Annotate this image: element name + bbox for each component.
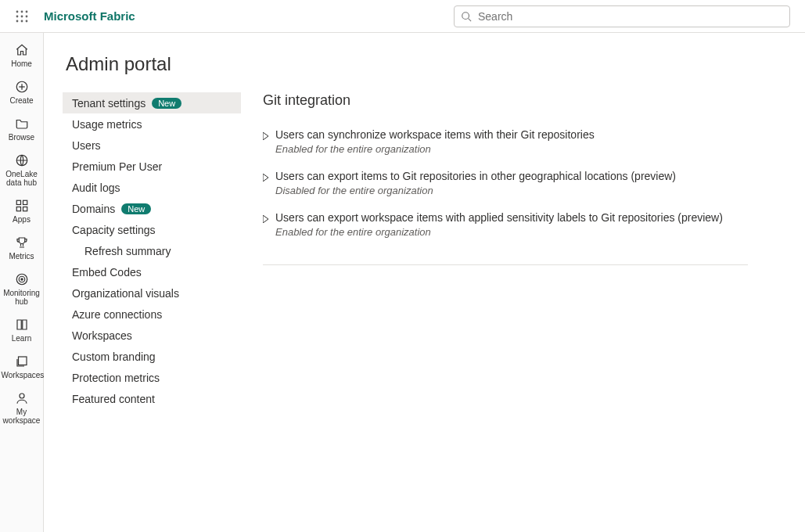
svg-point-5 — [26, 15, 28, 17]
svg-point-4 — [21, 15, 23, 17]
settings-nav-label: Premium Per User — [72, 160, 162, 173]
setting-body: Users can synchronize workspace items wi… — [275, 128, 595, 155]
settings-nav-label: Refresh summary — [84, 245, 171, 257]
settings-nav-item[interactable]: Organizational visuals — [63, 282, 241, 304]
rail-label: My workspace — [2, 408, 42, 425]
svg-point-21 — [20, 279, 22, 280]
rail-label: Monitoring hub — [2, 289, 42, 306]
svg-rect-16 — [23, 200, 27, 204]
settings-nav-label: Capacity settings — [72, 224, 156, 236]
target-icon — [14, 271, 30, 287]
settings-nav-item[interactable]: Audit logs — [63, 177, 241, 198]
settings-nav-item[interactable]: Refresh summary — [63, 240, 241, 261]
rail-label: Learn — [12, 334, 32, 343]
rail-item-monitoring[interactable]: Monitoring hub — [0, 267, 44, 312]
svg-point-0 — [16, 10, 19, 13]
settings-nav-item[interactable]: Users — [63, 135, 241, 156]
plus-circle-icon — [14, 79, 30, 95]
waffle-icon — [16, 10, 28, 23]
svg-point-7 — [21, 20, 23, 22]
setting-status: Enabled for the entire organization — [275, 143, 595, 155]
setting-row[interactable]: Users can export items to Git repositori… — [263, 164, 748, 206]
settings-side-nav: Tenant settingsNewUsage metricsUsersPrem… — [63, 92, 241, 409]
setting-body: Users can export items to Git repositori… — [275, 169, 676, 196]
settings-nav-label: Usage metrics — [72, 118, 142, 131]
settings-nav-item[interactable]: Premium Per User — [63, 156, 241, 177]
rail-item-metrics[interactable]: Metrics — [0, 230, 44, 267]
settings-nav-item[interactable]: Usage metrics — [63, 113, 241, 135]
new-badge: New — [152, 98, 181, 109]
settings-nav-item[interactable]: Tenant settingsNew — [63, 92, 241, 113]
setting-title: Users can export items to Git repositori… — [275, 169, 676, 183]
expand-caret-icon — [263, 128, 275, 155]
svg-marker-26 — [263, 215, 268, 223]
settings-nav-label: Organizational visuals — [72, 287, 179, 300]
svg-point-3 — [16, 15, 19, 17]
settings-nav-item[interactable]: DomainsNew — [63, 198, 241, 219]
settings-nav-label: Protection metrics — [72, 372, 160, 384]
svg-point-1 — [21, 10, 23, 13]
setting-body: Users can export workspace items with ap… — [275, 210, 723, 238]
app-launcher-button[interactable] — [0, 0, 44, 32]
rail-label: Home — [11, 59, 32, 68]
settings-nav-label: Embed Codes — [72, 266, 142, 279]
settings-panel: Git integration Users can synchronize wo… — [263, 92, 805, 409]
rail-item-apps[interactable]: Apps — [0, 193, 44, 230]
section-title: Git integration — [263, 92, 786, 109]
rail-item-learn[interactable]: Learn — [0, 312, 44, 349]
rail-label: Workspaces — [2, 371, 42, 379]
settings-nav-item[interactable]: Embed Codes — [63, 261, 241, 282]
new-badge: New — [121, 203, 151, 214]
setting-title: Users can synchronize workspace items wi… — [275, 128, 595, 142]
section-divider — [263, 264, 748, 265]
left-rail: Home Create Browse OneLake data hub Apps — [0, 33, 44, 532]
page-title: Admin portal — [66, 53, 805, 75]
rail-item-myworkspace[interactable]: My workspace — [0, 386, 44, 431]
search-icon — [461, 11, 472, 22]
svg-point-9 — [462, 13, 469, 20]
svg-point-23 — [20, 394, 24, 398]
settings-nav-label: Featured content — [72, 393, 155, 405]
setting-status: Enabled for the entire organization — [275, 226, 723, 238]
folder-icon — [14, 116, 30, 131]
settings-nav-item[interactable]: Capacity settings — [63, 219, 241, 240]
stack-icon — [14, 354, 30, 369]
search-box[interactable] — [454, 5, 790, 27]
rail-label: Apps — [13, 215, 31, 224]
svg-marker-24 — [263, 132, 268, 140]
rail-label: Create — [9, 96, 33, 105]
top-bar: Microsoft Fabric — [0, 0, 805, 33]
expand-caret-icon — [263, 169, 275, 196]
svg-rect-17 — [16, 207, 20, 211]
rail-item-browse[interactable]: Browse — [0, 111, 44, 148]
settings-nav-item[interactable]: Workspaces — [63, 325, 241, 346]
rail-label: Browse — [9, 133, 34, 142]
svg-rect-18 — [23, 207, 27, 211]
rail-item-home[interactable]: Home — [0, 38, 44, 74]
rail-item-create[interactable]: Create — [0, 74, 44, 111]
person-icon — [14, 390, 30, 406]
trophy-icon — [14, 235, 30, 250]
setting-title: Users can export workspace items with ap… — [275, 210, 723, 225]
svg-rect-15 — [16, 200, 20, 204]
setting-row[interactable]: Users can export workspace items with ap… — [263, 206, 748, 247]
rail-label: OneLake data hub — [2, 170, 42, 187]
settings-nav-label: Users — [72, 139, 101, 152]
search-input[interactable] — [476, 9, 783, 23]
svg-point-2 — [26, 10, 28, 13]
settings-nav-label: Custom branding — [72, 350, 156, 363]
apps-icon — [14, 198, 30, 214]
home-icon — [14, 42, 30, 58]
settings-nav-item[interactable]: Featured content — [63, 388, 241, 409]
svg-marker-25 — [263, 174, 268, 182]
rail-item-workspaces[interactable]: Workspaces — [0, 349, 44, 386]
svg-line-10 — [469, 19, 472, 22]
settings-nav-item[interactable]: Azure connections — [63, 304, 241, 325]
rail-item-onelake[interactable]: OneLake data hub — [0, 148, 44, 193]
rail-label: Metrics — [9, 252, 34, 261]
settings-nav-item[interactable]: Protection metrics — [63, 367, 241, 388]
settings-nav-label: Audit logs — [72, 182, 120, 194]
settings-nav-item[interactable]: Custom branding — [63, 346, 241, 367]
setting-row[interactable]: Users can synchronize workspace items wi… — [263, 123, 748, 164]
expand-caret-icon — [263, 210, 275, 238]
